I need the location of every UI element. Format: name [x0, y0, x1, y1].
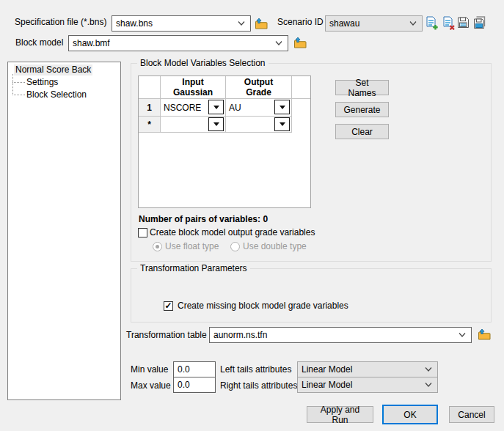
scenario-id-value: shawau — [329, 18, 409, 29]
left-tails-label: Left tails attributes — [220, 364, 291, 375]
navigation-tree: Normal Score Back Settings Block Selecti… — [7, 62, 121, 400]
chevron-down-icon — [238, 21, 245, 26]
spec-file-value: shaw.bns — [116, 18, 238, 29]
dropdown-arrow-icon — [280, 122, 285, 126]
variables-selection-title: Block Model Variables Selection — [137, 58, 269, 69]
cell-value: NSCORE — [161, 103, 201, 113]
create-missing-grade-label: Create missing block model grade variabl… — [178, 301, 348, 312]
dropdown-arrow-icon — [213, 122, 219, 126]
spec-file-browse-button[interactable] — [254, 16, 269, 31]
left-tails-combobox[interactable]: Linear Model — [297, 361, 438, 377]
delete-scenario-icon — [442, 16, 455, 30]
pairs-count-label: Number of pairs of variables: 0 — [139, 214, 268, 225]
tree-item-settings[interactable]: Settings — [26, 77, 58, 88]
grid-cell-input-gaussian[interactable] — [161, 117, 226, 133]
clear-button[interactable]: Clear — [335, 124, 389, 139]
tree-connector-line — [12, 82, 25, 83]
block-model-browse-button[interactable] — [293, 35, 308, 50]
tree-connector-line — [12, 95, 25, 95]
grid-cell-output-grade[interactable]: AU — [226, 99, 292, 117]
max-value-text: 0.0 — [178, 380, 190, 390]
min-value-text: 0.0 — [178, 364, 190, 375]
spec-file-combobox[interactable]: shaw.bns — [112, 15, 251, 32]
use-float-type-label: Use float type — [165, 241, 219, 252]
save-as-icon — [473, 16, 486, 29]
apply-and-run-button[interactable]: Apply and Run — [307, 406, 373, 423]
block-model-combobox[interactable]: shaw.bmf — [68, 35, 288, 51]
block-model-label: Block model — [15, 37, 63, 48]
grid-cell-input-gaussian[interactable]: NSCORE — [161, 99, 226, 117]
cell-dropdown-button[interactable] — [208, 100, 224, 114]
save-as-scenario-button[interactable] — [473, 16, 486, 29]
block-model-value: shaw.bmf — [73, 38, 275, 48]
right-tails-label: Right tails attributes — [220, 380, 297, 391]
chevron-down-icon — [459, 332, 466, 338]
tree-item-block-selection[interactable]: Block Selection — [26, 89, 87, 100]
max-value-label: Max value — [131, 380, 171, 391]
variables-grid: Input Gaussian Output Grade 1 NSCORE AU … — [138, 75, 311, 208]
chevron-down-icon — [409, 21, 417, 26]
cell-dropdown-button[interactable] — [274, 117, 290, 131]
use-double-type-label: Use double type — [243, 241, 307, 252]
right-tails-value: Linear Model — [302, 380, 425, 390]
dropdown-arrow-icon — [213, 106, 219, 109]
grid-header-filler — [292, 76, 310, 99]
left-tails-value: Linear Model — [302, 364, 425, 375]
grid-row-header[interactable]: * — [139, 117, 161, 133]
max-value-input[interactable]: 0.0 — [173, 377, 216, 393]
save-icon — [457, 16, 470, 29]
generate-button[interactable]: Generate — [335, 102, 389, 117]
grid-column-header-input-gaussian: Input Gaussian — [161, 76, 226, 99]
radio-dot — [156, 245, 159, 248]
scenario-id-combobox[interactable]: shawau — [325, 15, 423, 32]
variables-selection-groupbox: Block Model Variables Selection Input Ga… — [131, 63, 492, 262]
grid-row-header[interactable]: 1 — [139, 99, 161, 117]
create-output-grade-label: Create block model output grade variable… — [150, 227, 315, 238]
create-output-grade-checkbox[interactable] — [138, 228, 147, 237]
transformation-table-value: aunorm.ns.tfn — [213, 330, 459, 340]
cell-dropdown-button[interactable] — [274, 100, 290, 114]
transformation-table-browse-button[interactable] — [477, 327, 492, 342]
checkmark-icon: ✓ — [164, 302, 172, 310]
set-names-button[interactable]: Set Names — [335, 80, 389, 95]
add-scenario-icon — [425, 16, 438, 30]
tree-item-normal-score-back[interactable]: Normal Score Back — [14, 65, 92, 75]
transformation-table-label: Transformation table — [126, 330, 207, 341]
open-folder-icon — [293, 37, 307, 49]
min-value-input[interactable]: 0.0 — [173, 361, 216, 377]
right-tails-combobox[interactable]: Linear Model — [297, 377, 438, 393]
dropdown-arrow-icon — [280, 106, 285, 109]
grid-corner-header — [139, 76, 161, 99]
transformation-table-combobox[interactable]: aunorm.ns.tfn — [209, 327, 472, 343]
chevron-down-icon — [275, 40, 282, 46]
scenario-id-label: Scenario ID — [277, 17, 324, 28]
create-missing-grade-checkbox[interactable]: ✓ — [164, 301, 173, 311]
transformation-parameters-title: Transformation Parameters — [137, 263, 250, 274]
delete-scenario-button[interactable] — [442, 16, 455, 30]
save-scenario-button[interactable] — [457, 16, 470, 29]
normal-score-back-dialog: { "header": { "spec_file_label": "Specif… — [0, 0, 504, 431]
open-folder-icon — [478, 328, 492, 341]
grid-column-header-output-grade: Output Grade — [226, 76, 292, 99]
chevron-down-icon — [425, 382, 432, 388]
cancel-button[interactable]: Cancel — [449, 406, 494, 423]
add-scenario-button[interactable] — [425, 16, 438, 30]
min-value-label: Min value — [131, 364, 168, 375]
cell-value: AU — [226, 103, 241, 113]
tree-connector-line — [12, 74, 13, 94]
grid-cell-output-grade[interactable] — [226, 117, 292, 133]
use-float-type-radio[interactable] — [153, 242, 162, 251]
open-folder-icon — [255, 18, 269, 30]
transformation-parameters-groupbox: Transformation Parameters ✓ Create missi… — [131, 268, 492, 323]
spec-file-label: Specification file (*.bns) — [15, 17, 106, 28]
ok-button[interactable]: OK — [382, 405, 438, 424]
chevron-down-icon — [425, 366, 432, 372]
cell-dropdown-button[interactable] — [208, 117, 224, 131]
use-double-type-radio[interactable] — [230, 242, 240, 251]
